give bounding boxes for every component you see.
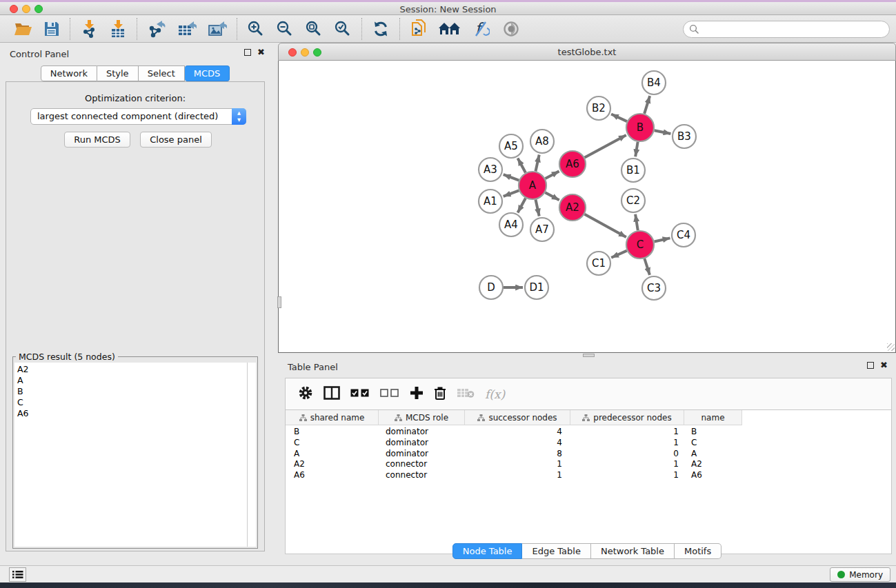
network-canvas[interactable]: B4B2BB3A8A5A6A3B1AA1C2A2A4A7C4CC1C3DD1: [278, 61, 896, 353]
function-builder-icon[interactable]: f(x): [485, 387, 505, 401]
copy-network-document-icon[interactable]: [404, 17, 433, 41]
graph-edge-A2-C[interactable]: [585, 214, 626, 237]
graph-edge-A-A2[interactable]: [545, 192, 559, 200]
tab-edge-table[interactable]: Edge Table: [522, 543, 590, 559]
tab-mcds[interactable]: MCDS: [185, 65, 230, 81]
float-panel-icon[interactable]: [244, 49, 251, 56]
cell-name[interactable]: B: [684, 427, 742, 438]
cell-shared-name[interactable]: A6: [286, 470, 379, 481]
result-item[interactable]: A: [17, 375, 247, 386]
cell-predecessor-nodes[interactable]: 1: [570, 459, 684, 470]
open-folder-icon[interactable]: [8, 17, 38, 41]
tab-node-table[interactable]: Node Table: [452, 543, 523, 559]
graph-edge-A-A5[interactable]: [518, 159, 526, 173]
graph-node-B1[interactable]: B1: [621, 159, 645, 182]
cell-MCDS-role[interactable]: connector: [379, 470, 465, 481]
add-column-icon[interactable]: [410, 386, 424, 402]
app-titlebar[interactable]: Session: New Session: [0, 2, 896, 15]
table-row[interactable]: Bdominator41B: [286, 427, 891, 438]
eye-icon[interactable]: [495, 17, 527, 41]
cell-successor-nodes[interactable]: 8: [465, 449, 570, 460]
cell-successor-nodes[interactable]: 1: [465, 470, 570, 481]
vertical-splitter-handle[interactable]: [277, 296, 281, 308]
graph-edge-C-C3[interactable]: [644, 258, 650, 275]
graph-node-A7[interactable]: A7: [530, 218, 554, 241]
graph-edge-B-B4[interactable]: [644, 96, 650, 114]
result-item[interactable]: A2: [17, 364, 247, 375]
graph-edge-B-B3[interactable]: [655, 130, 671, 134]
graph-edge-A-A1[interactable]: [504, 190, 519, 196]
network-window-titlebar[interactable]: testGlobe.txt: [278, 43, 896, 61]
graph-edge-C-C1[interactable]: [611, 251, 627, 258]
table-row[interactable]: A2connector11A2: [286, 459, 891, 470]
graph-edge-A-A3[interactable]: [504, 174, 519, 181]
table-row[interactable]: Adominator80A: [286, 449, 891, 460]
zoom-out-icon[interactable]: [270, 17, 299, 41]
graph-node-C2[interactable]: C2: [621, 189, 645, 212]
result-item[interactable]: A6: [17, 408, 247, 419]
import-table-icon[interactable]: [103, 17, 132, 41]
search-field[interactable]: [683, 21, 890, 38]
tab-select[interactable]: Select: [139, 65, 185, 81]
import-network-icon[interactable]: [74, 17, 103, 41]
cell-MCDS-role[interactable]: dominator: [379, 449, 465, 460]
tab-network-table[interactable]: Network Table: [591, 543, 675, 559]
cell-predecessor-nodes[interactable]: 0: [570, 449, 684, 460]
column-header-shared-name[interactable]: shared name: [286, 410, 379, 425]
graph-node-A2[interactable]: A2: [559, 194, 586, 221]
task-history-button[interactable]: [9, 567, 26, 582]
zoom-fit-icon[interactable]: [299, 17, 328, 41]
criterion-select[interactable]: largest connected component (directed) ▲…: [30, 108, 246, 125]
zoom-selected-icon[interactable]: [328, 17, 357, 41]
column-header-name[interactable]: name: [684, 410, 742, 425]
graph-node-A8[interactable]: A8: [530, 130, 554, 153]
graph-node-C1[interactable]: C1: [587, 252, 610, 275]
tab-network[interactable]: Network: [41, 65, 97, 81]
settings-gear-icon[interactable]: [298, 385, 313, 403]
graph-node-A5[interactable]: A5: [499, 134, 523, 158]
export-network-icon[interactable]: [141, 17, 172, 41]
delete-column-icon[interactable]: [434, 386, 446, 403]
graph-edge-C-C4[interactable]: [654, 238, 670, 241]
cell-name[interactable]: C: [684, 438, 742, 449]
cell-MCDS-role[interactable]: connector: [379, 459, 465, 470]
result-item[interactable]: C: [17, 397, 247, 408]
cell-shared-name[interactable]: C: [286, 438, 379, 449]
graph-edge-B-B2[interactable]: [611, 114, 627, 121]
graph-node-C3[interactable]: C3: [642, 276, 666, 300]
graph-node-A3[interactable]: A3: [479, 158, 502, 181]
home-icon[interactable]: [433, 17, 466, 41]
graph-edge-A-A8[interactable]: [535, 155, 539, 172]
graph-node-C4[interactable]: C4: [672, 223, 695, 247]
graph-node-A6[interactable]: A6: [559, 151, 586, 177]
cell-predecessor-nodes[interactable]: 1: [570, 438, 684, 449]
cell-successor-nodes[interactable]: 4: [465, 438, 570, 449]
graph-node-A4[interactable]: A4: [499, 213, 523, 236]
graph-node-B4[interactable]: B4: [642, 71, 666, 94]
graph-node-D1[interactable]: D1: [525, 276, 548, 299]
close-panel-button[interactable]: Close panel: [140, 132, 212, 148]
window-resize-grip[interactable]: [887, 343, 895, 351]
result-scrollbar[interactable]: [247, 363, 256, 547]
deselect-all-checkboxes-icon[interactable]: [380, 388, 399, 400]
graph-node-B2[interactable]: B2: [587, 97, 610, 120]
column-header-successor-nodes[interactable]: successor nodes: [465, 410, 570, 425]
close-table-panel-icon[interactable]: ✖: [880, 362, 888, 369]
cell-successor-nodes[interactable]: 4: [465, 427, 570, 438]
graph-node-A[interactable]: A: [519, 172, 546, 199]
column-layout-icon[interactable]: [323, 386, 340, 402]
float-table-panel-icon[interactable]: [867, 362, 874, 369]
cell-name[interactable]: A6: [684, 470, 742, 481]
graph-node-A1[interactable]: A1: [479, 190, 502, 213]
export-image-icon[interactable]: [202, 17, 232, 41]
cell-name[interactable]: A2: [684, 459, 742, 470]
graph-edge-A-A6[interactable]: [546, 171, 559, 179]
cell-predecessor-nodes[interactable]: 1: [570, 427, 684, 438]
cell-predecessor-nodes[interactable]: 1: [570, 470, 684, 481]
graph-edge-B-B1[interactable]: [635, 142, 637, 157]
graph-node-D[interactable]: D: [479, 276, 503, 299]
cell-shared-name[interactable]: A: [286, 449, 379, 460]
cell-successor-nodes[interactable]: 1: [465, 459, 570, 470]
refresh-icon[interactable]: [366, 17, 395, 41]
graph-node-C[interactable]: C: [626, 231, 654, 258]
